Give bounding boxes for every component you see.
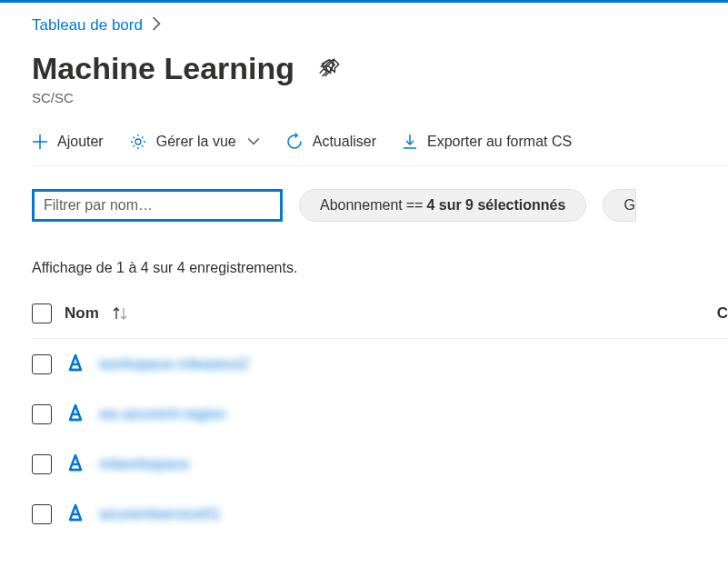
row-checkbox[interactable] xyxy=(32,504,52,524)
page-title: Machine Learning xyxy=(32,51,294,86)
subscription-filter-op: == xyxy=(406,197,424,214)
row-name-link[interactable]: azuremlservice01 xyxy=(99,505,220,523)
table-row: azuremlservice01 xyxy=(32,489,728,539)
filter-name-input[interactable] xyxy=(32,189,283,222)
table-row: mlworkspace xyxy=(32,439,728,489)
manage-view-button[interactable]: Gérer la vue xyxy=(129,133,260,151)
row-name-link[interactable]: workspace-mleastus2 xyxy=(99,355,248,373)
filters-row: Abonnement == 4 sur 9 sélectionnés G xyxy=(32,189,728,222)
row-checkbox[interactable] xyxy=(32,404,52,424)
add-label: Ajouter xyxy=(57,134,104,150)
toolbar: Ajouter Gérer la vue Actualiser xyxy=(32,133,728,166)
row-checkbox[interactable] xyxy=(32,354,52,374)
refresh-icon xyxy=(285,133,304,151)
table-header: Nom C xyxy=(32,303,728,339)
download-icon xyxy=(402,133,418,151)
gear-icon xyxy=(129,133,147,151)
chevron-down-icon xyxy=(247,134,260,150)
breadcrumb: Tableau de bord xyxy=(32,16,728,35)
manage-view-label: Gérer la vue xyxy=(156,134,236,150)
breadcrumb-root-link[interactable]: Tableau de bord xyxy=(32,16,143,35)
pin-icon[interactable] xyxy=(317,57,341,80)
filter-pill-partial[interactable]: G xyxy=(603,189,635,222)
column-header-name[interactable]: Nom xyxy=(65,304,99,323)
chevron-right-icon xyxy=(152,16,161,35)
row-name-link[interactable]: mlworkspace xyxy=(99,455,189,473)
ml-workspace-icon xyxy=(65,502,86,526)
subscription-filter-label: Abonnement xyxy=(320,197,403,214)
export-csv-button[interactable]: Exporter au format CS xyxy=(402,133,572,151)
subscription-filter-pill[interactable]: Abonnement == 4 sur 9 sélectionnés xyxy=(299,189,586,222)
row-checkbox[interactable] xyxy=(32,454,52,474)
select-all-checkbox[interactable] xyxy=(32,303,52,323)
add-button[interactable]: Ajouter xyxy=(32,134,104,150)
ml-workspace-icon xyxy=(65,402,86,426)
column-header-right[interactable]: C xyxy=(717,304,728,323)
export-csv-label: Exporter au format CS xyxy=(427,134,572,150)
table-row: ws-azureml-region xyxy=(32,389,728,439)
ml-workspace-icon xyxy=(65,352,86,376)
table-row: workspace-mleastus2 xyxy=(32,339,728,389)
subscription-filter-value: 4 sur 9 sélectionnés xyxy=(426,197,565,214)
plus-icon xyxy=(32,134,48,150)
refresh-label: Actualiser xyxy=(313,134,376,150)
row-name-link[interactable]: ws-azureml-region xyxy=(99,405,226,423)
ml-workspace-icon xyxy=(65,452,86,476)
refresh-button[interactable]: Actualiser xyxy=(285,133,376,151)
subtitle: SC/SC xyxy=(32,90,728,105)
sort-icon[interactable] xyxy=(112,305,130,322)
records-count: Affichage de 1 à 4 sur 4 enregistrements… xyxy=(32,260,728,276)
svg-point-0 xyxy=(135,139,141,144)
